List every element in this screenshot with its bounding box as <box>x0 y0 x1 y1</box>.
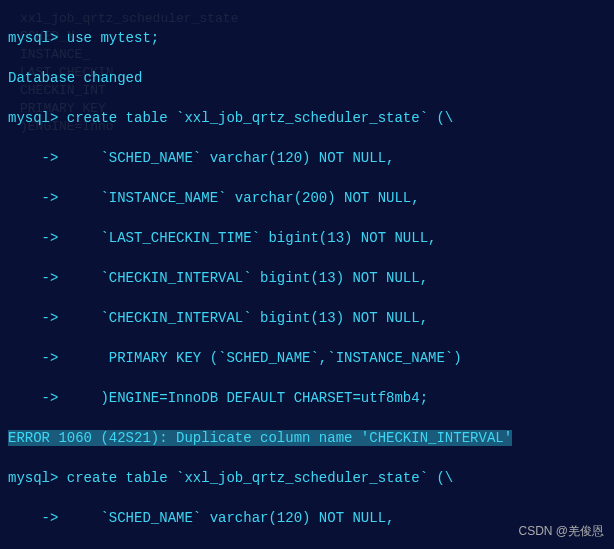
terminal-line: mysql> create table `xxl_job_qrtz_schedu… <box>8 108 606 128</box>
error-highlighted: ERROR 1060 (42S21): Duplicate column nam… <box>8 430 512 446</box>
terminal-line: mysql> create table `xxl_job_qrtz_schedu… <box>8 468 606 488</box>
terminal-line: -> `CHECKIN_INTERVAL` bigint(13) NOT NUL… <box>8 308 606 328</box>
terminal-line: -> `CHECKIN_INTERVAL` bigint(13) NOT NUL… <box>8 268 606 288</box>
terminal-line: -> `SCHED_NAME` varchar(120) NOT NULL, <box>8 148 606 168</box>
error-line: ERROR 1060 (42S21): Duplicate column nam… <box>8 428 606 448</box>
terminal-line: -> )ENGINE=InnoDB DEFAULT CHARSET=utf8mb… <box>8 388 606 408</box>
terminal-output: mysql> use mytest; Database changed mysq… <box>8 8 606 549</box>
terminal-line: mysql> use mytest; <box>8 28 606 48</box>
watermark: CSDN @羌俊恩 <box>518 521 604 541</box>
terminal-line: -> PRIMARY KEY (`SCHED_NAME`,`INSTANCE_N… <box>8 348 606 368</box>
terminal-line: -> `INSTANCE_NAME` varchar(200) NOT NULL… <box>8 188 606 208</box>
terminal-line: Database changed <box>8 68 606 88</box>
terminal-line: -> `SCHED_NAME` varchar(120) NOT NULL, <box>8 508 606 528</box>
terminal-line: -> `LAST_CHECKIN_TIME` bigint(13) NOT NU… <box>8 228 606 248</box>
